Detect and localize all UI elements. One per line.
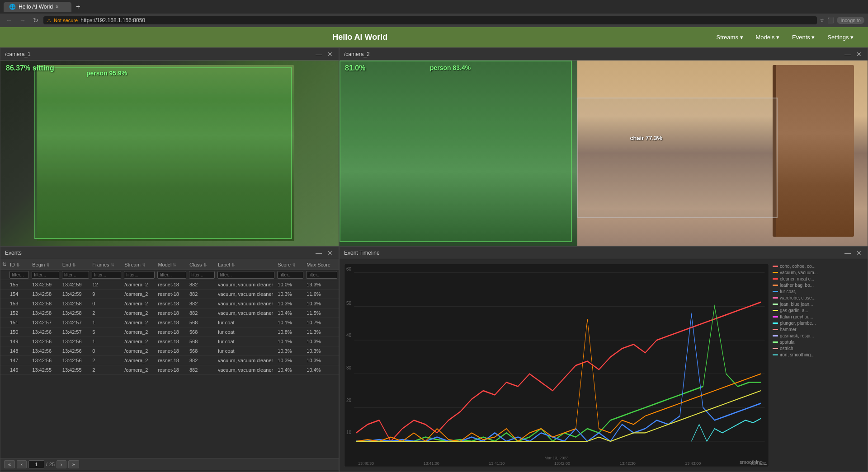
cell-max-score: 10.3% — [305, 346, 339, 356]
prev-page-btn[interactable]: ‹ — [17, 460, 27, 468]
address-input[interactable] — [80, 17, 813, 23]
table-row[interactable]: 154 13:42:58 13:42:59 9 /camera_2 resnet… — [0, 290, 339, 299]
camera1-controls: — ✕ — [314, 51, 334, 58]
filter-end[interactable] — [62, 271, 90, 279]
forward-button[interactable]: → — [17, 16, 28, 25]
cell-stream: /camera_2 — [123, 337, 156, 346]
filter-stream[interactable] — [124, 271, 155, 279]
col-sort-arrow[interactable]: ⇅ — [0, 259, 8, 270]
x-label-5: 13:42:30 — [620, 461, 636, 466]
legend-color-dot — [773, 266, 778, 267]
reload-button[interactable]: ↻ — [31, 16, 41, 25]
filter-class[interactable] — [189, 271, 215, 279]
new-tab-button[interactable]: + — [73, 2, 83, 12]
cell-end: 13:42:58 — [61, 308, 91, 318]
events-minimize-btn[interactable]: — — [314, 249, 323, 257]
filter-label[interactable] — [217, 271, 274, 279]
timeline-close-btn[interactable]: ✕ — [855, 249, 863, 257]
col-frames[interactable]: Frames ⇅ — [90, 259, 123, 270]
cell-class: 568 — [188, 346, 216, 356]
col-begin[interactable]: Begin ⇅ — [30, 259, 61, 270]
col-score[interactable]: Score ⇅ — [276, 259, 305, 270]
models-menu[interactable]: Models ▾ — [750, 31, 785, 43]
filter-model[interactable] — [157, 271, 186, 279]
legend-item: Italian greyhou... — [773, 314, 863, 319]
legend-color-dot — [773, 278, 778, 280]
camera1-panel: /camera_1 — ✕ person 95.9% 86.37% sittin… — [0, 47, 339, 246]
cell-model: resnet-18 — [156, 308, 188, 318]
camera2-panel: /camera_2 — ✕ 81.0% person 83.4% chair 7… — [339, 47, 868, 246]
camera2-close-btn[interactable]: ✕ — [855, 51, 863, 58]
camera1-background: person 95.9% 86.37% sitting — [0, 61, 339, 246]
tab-icon: 🌐 — [9, 4, 16, 10]
cell-selector — [0, 365, 8, 375]
cell-id: 150 — [8, 327, 30, 337]
legend-item: gas garlin, a... — [773, 308, 863, 313]
legend-item: vacuum, vacuum... — [773, 270, 863, 275]
last-page-btn[interactable]: » — [68, 460, 79, 468]
cell-begin: 13:42:56 — [30, 337, 61, 346]
cell-frames: 2 — [90, 308, 123, 318]
table-row[interactable]: 151 13:42:57 13:42:57 1 /camera_2 resnet… — [0, 318, 339, 327]
cell-end: 13:42:57 — [61, 327, 91, 337]
table-row[interactable]: 155 13:42:59 13:42:59 12 /camera_2 resne… — [0, 280, 339, 290]
cell-class: 882 — [188, 299, 216, 308]
camera2-person-box — [340, 61, 572, 242]
table-row[interactable]: 147 13:42:56 13:42:56 2 /camera_2 resnet… — [0, 356, 339, 365]
chart-svg — [344, 264, 769, 467]
cell-stream: /camera_2 — [123, 299, 156, 308]
tab-close-btn[interactable]: × — [56, 4, 59, 10]
cell-id: 148 — [8, 346, 30, 356]
cell-max-score: 11.6% — [305, 290, 339, 299]
table-row[interactable]: 146 13:42:55 13:42:55 2 /camera_2 resnet… — [0, 365, 339, 375]
cell-frames: 2 — [90, 365, 123, 375]
timeline-minimize-btn[interactable]: — — [843, 249, 852, 257]
back-button[interactable]: ← — [4, 16, 14, 25]
legend-label: fur coat, — [780, 289, 796, 294]
first-page-btn[interactable]: « — [4, 460, 15, 468]
col-stream[interactable]: Stream ⇅ — [123, 259, 156, 270]
filter-id[interactable] — [9, 271, 29, 279]
col-max-score[interactable]: Max Score — [305, 259, 339, 270]
cell-max-score: 10.3% — [305, 356, 339, 365]
active-tab[interactable]: 🌐 Hello AI World × — [4, 2, 71, 12]
camera2-titlebar: /camera_2 — ✕ — [340, 48, 868, 61]
table-row[interactable]: 153 13:42:58 13:42:58 0 /camera_2 resnet… — [0, 299, 339, 308]
filter-frames[interactable] — [92, 271, 121, 279]
legend-label: plunger, plumbe... — [780, 321, 816, 326]
page-number-input[interactable] — [28, 460, 44, 468]
camera1-minimize-btn[interactable]: — — [314, 51, 323, 58]
filter-max-score[interactable] — [306, 271, 337, 279]
bookmark-icon[interactable]: ☆ — [820, 17, 825, 23]
extensions-icon[interactable]: ⬛ — [827, 17, 834, 23]
smoothing-label: smoothing _ — [740, 459, 767, 465]
camera1-close-btn[interactable]: ✕ — [326, 51, 334, 58]
col-class[interactable]: Class ⇅ — [188, 259, 216, 270]
table-row[interactable]: 149 13:42:56 13:42:56 1 /camera_2 resnet… — [0, 337, 339, 346]
col-id[interactable]: ID ⇅ — [8, 259, 30, 270]
browser-nav-bar: ← → ↻ ⚠ Not secure ☆ ⬛ Incognito — [0, 14, 868, 27]
cell-frames: 2 — [90, 356, 123, 365]
settings-menu[interactable]: Settings ▾ — [822, 31, 859, 43]
col-label[interactable]: Label ⇅ — [216, 259, 276, 270]
filter-begin[interactable] — [32, 271, 59, 279]
next-page-btn[interactable]: › — [57, 460, 66, 468]
streams-menu[interactable]: Streams ▾ — [711, 31, 749, 43]
col-model[interactable]: Model ⇅ — [156, 259, 188, 270]
table-row[interactable]: 152 13:42:58 13:42:58 2 /camera_2 resnet… — [0, 308, 339, 318]
cell-max-score: 10.4% — [305, 365, 339, 375]
profile-label[interactable]: Incognito — [837, 17, 864, 24]
pagination-bar: « ‹ / 25 › » — [0, 458, 339, 470]
cell-label: vacuum, vacuum cleaner — [216, 299, 276, 308]
table-row[interactable]: 148 13:42:56 13:42:56 0 /camera_2 resnet… — [0, 346, 339, 356]
camera2-minimize-btn[interactable]: — — [843, 51, 852, 58]
events-close-btn[interactable]: ✕ — [326, 249, 334, 257]
events-menu[interactable]: Events ▾ — [787, 31, 820, 43]
table-row[interactable]: 150 13:42:56 13:42:57 5 /camera_2 resnet… — [0, 327, 339, 337]
camera1-person-label: person 95.9% — [86, 70, 127, 77]
filter-score[interactable] — [277, 271, 303, 279]
legend-item: plunger, plumbe... — [773, 321, 863, 326]
cell-model: resnet-18 — [156, 337, 188, 346]
cell-end: 13:42:56 — [61, 346, 91, 356]
col-end[interactable]: End ⇅ — [61, 259, 91, 270]
